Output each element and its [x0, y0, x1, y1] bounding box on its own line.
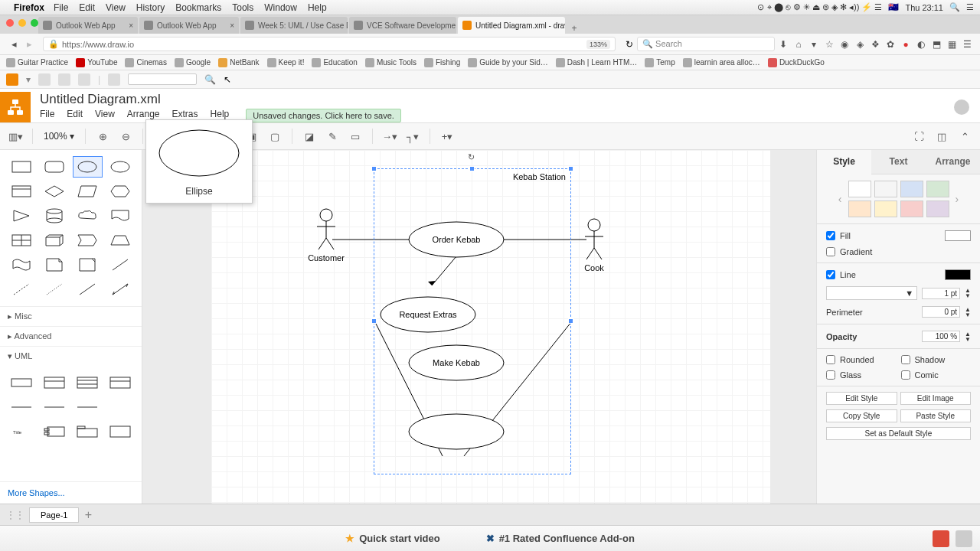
shape-ellipse[interactable] — [73, 156, 103, 178]
bookmark-item[interactable]: YouTube — [76, 58, 117, 67]
shadow-checkbox[interactable] — [901, 355, 910, 364]
shape-note[interactable] — [39, 254, 69, 276]
zoom-out-button[interactable]: ⊖ — [116, 127, 135, 145]
stepper-icon[interactable]: ▲▼ — [965, 331, 971, 342]
ext-btn-icon[interactable] — [78, 73, 90, 86]
uml-item[interactable] — [6, 396, 36, 418]
bookmark-item[interactable]: Google — [175, 58, 211, 67]
default-style-button[interactable]: Set as Default Style — [826, 427, 971, 440]
uml-component[interactable] — [39, 421, 69, 442]
layout-button[interactable]: ▥▾ — [6, 127, 24, 145]
menu-icon[interactable]: ☰ — [966, 2, 974, 12]
section-advanced[interactable]: ▸ Advanced — [0, 326, 142, 346]
swatch-prev-icon[interactable]: ‹ — [835, 193, 845, 205]
zoom-badge[interactable]: 133% — [586, 40, 610, 49]
shape-document[interactable] — [106, 205, 136, 227]
fill-checkbox[interactable] — [826, 231, 835, 240]
uml-package[interactable] — [73, 421, 103, 442]
status-icons[interactable]: ⊙ ⌖ ⬤ ⎋ ⚙ ✳ ⏏ ⊚ ◈ ✻ ◂)) ⚡ ☰ — [757, 2, 882, 12]
page-tab-1[interactable]: Page-1 — [29, 507, 79, 523]
shape-line-solid[interactable] — [73, 279, 103, 300]
new-tab-button[interactable]: + — [567, 23, 582, 34]
shape-cylinder[interactable] — [39, 205, 69, 227]
document-title[interactable]: Untitled Diagram.xml — [40, 92, 401, 107]
outline-button[interactable]: ⌃ — [956, 127, 974, 145]
uml-interface[interactable] — [106, 372, 136, 393]
comic-checkbox[interactable] — [901, 370, 910, 380]
uml-frame[interactable] — [106, 421, 136, 442]
style-swatch[interactable] — [874, 181, 897, 197]
bookmark-item[interactable]: Fishing — [424, 58, 460, 67]
ext2-icon[interactable]: ◈ — [853, 39, 867, 50]
shape-hexagon[interactable] — [106, 181, 136, 202]
url-input[interactable]: 🔒 https://www.draw.io 133% — [43, 37, 616, 51]
bookmark-item[interactable]: Dash | Learn HTM… — [556, 58, 638, 67]
menu-edit[interactable]: Edit — [67, 109, 83, 122]
ext8-icon[interactable]: ▦ — [945, 39, 959, 50]
drag-handle-icon[interactable]: ⋮⋮ — [6, 510, 24, 520]
gplus-icon[interactable] — [933, 530, 949, 547]
drawio-logo-icon[interactable] — [0, 92, 31, 122]
mac-menu-view[interactable]: View — [106, 2, 126, 13]
section-uml[interactable]: ▾ UML — [0, 346, 142, 366]
tab-vce[interactable]: VCE Software Development E…× — [349, 17, 456, 34]
mac-menu-edit[interactable]: Edit — [79, 2, 95, 13]
forward-button[interactable]: ▸ — [21, 38, 37, 50]
ext6-icon[interactable]: ◐ — [914, 39, 928, 50]
ext-search-input[interactable] — [128, 73, 197, 85]
window-controls[interactable] — [6, 19, 38, 27]
uml-divider[interactable] — [73, 396, 103, 418]
swatch-next-icon[interactable]: › — [952, 193, 962, 205]
tab-text[interactable]: Text — [871, 150, 926, 174]
rounded-checkbox[interactable] — [826, 355, 835, 364]
close-icon[interactable]: × — [129, 21, 133, 30]
shape-page[interactable] — [73, 254, 103, 276]
clock[interactable]: Thu 23:11 — [905, 3, 943, 12]
fill-color-chip[interactable] — [945, 230, 971, 241]
ext-google-icon[interactable] — [108, 73, 120, 86]
line-color-button[interactable]: ✎ — [323, 127, 341, 145]
shape-triangle[interactable] — [6, 205, 36, 227]
bookmark-item[interactable]: Guide by your Sid… — [468, 58, 548, 67]
hamburger-icon[interactable]: ☰ — [960, 39, 974, 50]
ext4-icon[interactable]: ✿ — [884, 39, 897, 50]
shape-cube[interactable] — [39, 230, 69, 251]
ext3-icon[interactable]: ❖ — [868, 39, 882, 50]
uml-title[interactable]: Title — [6, 421, 36, 442]
ext-home-icon[interactable] — [6, 73, 18, 86]
shape-trapezoid[interactable] — [106, 230, 136, 251]
bookmark-item[interactable]: DuckDuckGo — [768, 58, 825, 67]
chat-icon[interactable] — [956, 530, 972, 547]
bookmark-item[interactable]: Keep it! — [267, 58, 305, 67]
tab-style[interactable]: Style — [817, 150, 871, 174]
ext-search-icon[interactable]: 🔍 — [204, 74, 216, 85]
style-swatch[interactable] — [926, 201, 949, 217]
edit-style-button[interactable]: Edit Style — [826, 392, 897, 405]
menu-view[interactable]: View — [95, 109, 115, 122]
shape-rounded-rect[interactable] — [39, 156, 69, 178]
promo-quickstart[interactable]: ★ Quick start video — [345, 533, 439, 544]
uml-item2[interactable] — [39, 396, 69, 418]
shape-line-dotted[interactable] — [39, 279, 69, 300]
bookmark-item[interactable]: learnin area alloc… — [683, 58, 760, 67]
fill-button[interactable]: ◪ — [300, 127, 318, 145]
canvas-page[interactable]: Customer Cook Order Kebab Request Extra — [211, 150, 770, 504]
style-swatch[interactable] — [848, 201, 871, 217]
more-shapes-link[interactable]: More Shapes... — [0, 481, 142, 504]
paste-style-button[interactable]: Paste Style — [900, 409, 972, 422]
style-swatch[interactable] — [926, 181, 949, 197]
mac-menu-bookmarks[interactable]: Bookmarks — [175, 2, 221, 13]
promo-confluence[interactable]: ✖ #1 Rated Confluence Add-on — [486, 533, 635, 544]
fullscreen-button[interactable]: ⛶ — [910, 127, 928, 145]
shape-line-diag[interactable] — [106, 254, 136, 276]
shape-card[interactable] — [6, 181, 36, 202]
home-icon[interactable]: ⌂ — [792, 39, 805, 50]
shape-arrow-bi[interactable] — [106, 279, 136, 300]
ext-btn-icon[interactable] — [58, 73, 70, 86]
search-icon[interactable]: 🔍 — [949, 2, 960, 12]
zoom-dropdown[interactable]: 100% ▾ — [41, 131, 77, 142]
uml-class-3[interactable] — [73, 372, 103, 393]
to-back-button[interactable]: ▢ — [266, 127, 284, 145]
ext7-icon[interactable]: ⬒ — [929, 39, 943, 50]
bookmark-item[interactable]: Education — [312, 58, 357, 67]
